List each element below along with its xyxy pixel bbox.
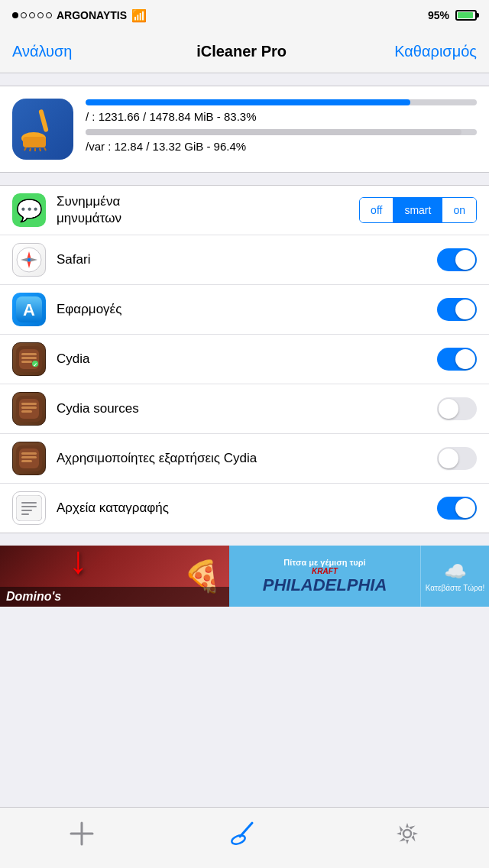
philadelphia-title: Πίτσα με γέμιση τυρί [283,558,365,567]
seg-on-button[interactable]: on [442,198,476,222]
broom-tab-icon [231,820,258,847]
svg-line-7 [44,147,46,151]
apps-toggle-knob [455,300,475,319]
battery-container [455,10,477,21]
safari-toggle-knob [455,250,475,270]
download-section[interactable]: ☁️ Κατεβάστε Τώρα! [420,546,489,607]
disk-info: / : 1231.66 / 1478.84 MiB - 83.3% /var :… [86,99,477,159]
features-section: 💬 Συνημμένα μηνυμάτων off smart on Safar… [0,185,489,533]
broom-svg-icon [20,106,66,152]
svg-rect-19 [21,361,32,363]
svg-line-3 [24,147,26,151]
philadelphia-section: Πίτσα με γέμιση τυρί KRAFT PHILADELPHIA [229,546,420,607]
tab-bar [0,807,489,868]
seg-smart-button[interactable]: smart [393,198,442,222]
battery-fill [458,12,473,18]
philadelphia-brand: PHILADELPHIA [263,575,387,595]
cydia-sources-toggle[interactable] [437,397,477,420]
svg-rect-34 [21,506,37,507]
analysis-button[interactable]: Ανάλυση [12,43,89,60]
var-disk-text: /var : 12.84 / 13.32 GiB - 96.4% [86,140,477,153]
carrier-name: ARGONAYTIS [57,9,127,21]
signal-dot-5 [46,12,52,18]
root-disk-bar-wrap: / : 1231.66 / 1478.84 MiB - 83.3% [86,99,477,123]
root-disk-bar-bg [86,99,477,105]
app-icon [12,99,73,160]
nav-title: iCleaner Pro [196,43,287,60]
ad-banner[interactable]: ↓ 🍕 Domino's Πίτσα με γέμιση τυρί KRAFT … [0,546,489,607]
cydia-toggle-knob [455,349,475,369]
svg-rect-25 [21,406,37,409]
signal-dot-1 [12,12,18,18]
tab-clean[interactable] [231,820,258,847]
cydia-sources-toggle-knob [439,399,458,419]
cydia-label: Cydia [57,351,437,368]
var-disk-bar-fill [86,129,461,135]
list-item: ✓ Cydia [0,335,489,384]
cydia-deps-label: Αχρησιμοποίητες εξαρτήσεις Cydia [57,450,437,467]
logs-toggle[interactable] [437,497,477,520]
safari-icon [12,243,46,277]
signal-strength [12,12,52,18]
cydia-deps-toggle[interactable] [437,447,477,470]
battery-icon [455,10,477,21]
cydia-deps-toggle-knob [439,449,458,468]
signal-dot-3 [29,12,35,18]
svg-point-40 [231,834,246,846]
safari-label: Safari [57,251,437,268]
root-disk-text: / : 1231.66 / 1478.84 MiB - 83.3% [86,110,477,123]
svg-rect-2 [23,137,46,147]
download-text: Κατεβάστε Τώρα! [426,584,485,592]
svg-rect-0 [38,109,49,133]
download-cloud-icon: ☁️ [444,561,467,582]
signal-dot-2 [21,12,27,18]
apps-toggle[interactable] [437,298,477,321]
status-bar: ARGONAYTIS 📶 95% [0,0,489,31]
logs-icon [12,491,46,525]
safari-toggle[interactable] [437,248,477,271]
settings-icon [393,820,421,847]
cydia-deps-icon [12,442,46,475]
svg-rect-26 [21,410,32,413]
signal-dot-4 [37,12,44,18]
clean-button[interactable]: Καθαρισμός [394,43,477,60]
tab-settings[interactable] [393,820,421,847]
svg-line-4 [30,148,31,151]
add-icon [68,820,96,847]
philadelphia-ad[interactable]: Πίτσα με γέμιση τυρί KRAFT PHILADELPHIA … [229,546,489,607]
cydia-toggle[interactable] [437,348,477,371]
svg-text:✓: ✓ [33,362,37,368]
svg-rect-18 [21,357,37,359]
svg-rect-30 [21,456,37,458]
status-left: ARGONAYTIS 📶 [12,8,147,23]
dominos-logo: Domino's [6,590,61,603]
svg-rect-31 [21,460,32,462]
red-arrow-indicator: ↓ [69,546,88,582]
svg-rect-32 [16,495,42,521]
svg-rect-35 [21,510,32,511]
var-disk-bar-bg [86,129,477,135]
list-item: Safari [0,235,489,285]
svg-rect-17 [21,353,37,355]
list-item: Αρχεία καταγραφής [0,484,489,533]
header-card: / : 1231.66 / 1478.84 MiB - 83.3% /var :… [0,86,489,173]
logs-label: Αρχεία καταγραφής [57,500,437,517]
root-disk-bar-fill [86,99,410,105]
battery-percentage: 95% [428,9,449,21]
list-item: Αχρησιμοποίητες εξαρτήσεις Cydia [0,434,489,484]
logs-toggle-knob [455,498,475,518]
list-item: 💬 Συνημμένα μηνυμάτων off smart on [0,186,489,235]
messages-segmented-control[interactable]: off smart on [359,197,477,223]
cydia-sources-icon [12,392,46,426]
dominos-ad[interactable]: 🍕 Domino's [0,546,229,607]
nav-bar: Ανάλυση iCleaner Pro Καθαρισμός [0,31,489,73]
messages-label: Συνημμένα μηνυμάτων [57,193,359,227]
seg-off-button[interactable]: off [360,198,393,222]
tab-add[interactable] [68,820,96,847]
svg-line-6 [40,148,40,151]
apps-label: Εφαρμογές [57,301,437,318]
list-item: Cydia sources [0,384,489,434]
kraft-label: KRAFT [312,567,338,575]
appstore-icon: A [12,293,46,326]
svg-point-12 [28,258,31,261]
